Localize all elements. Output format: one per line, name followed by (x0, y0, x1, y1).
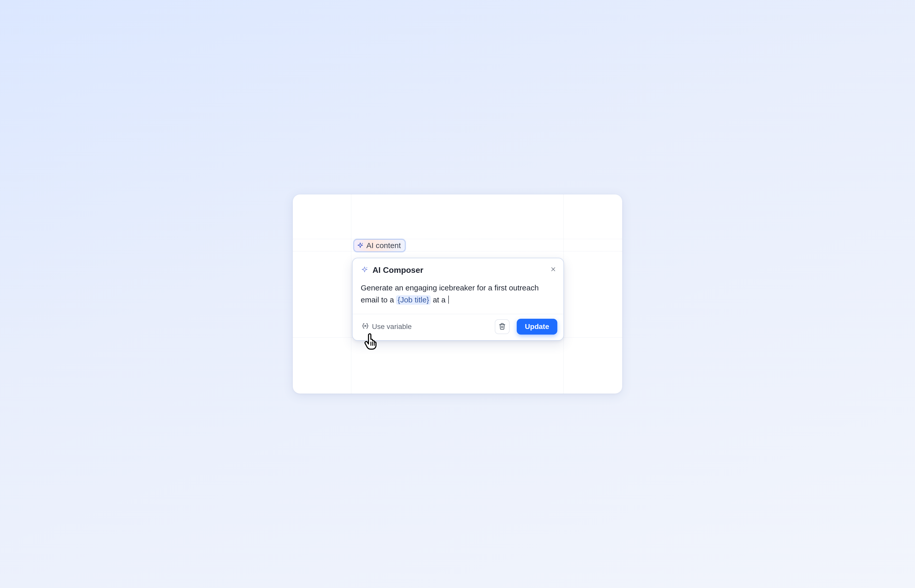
text-cursor (448, 296, 449, 304)
update-button[interactable]: Update (517, 319, 557, 334)
trash-icon (499, 323, 506, 331)
ai-content-tag[interactable]: AI content (354, 239, 406, 252)
editor-canvas: AI content AI Composer Generate an engag… (293, 194, 622, 394)
composer-title: AI Composer (372, 265, 423, 275)
delete-button[interactable] (495, 319, 509, 334)
close-icon (550, 267, 556, 273)
variable-braces-icon (362, 322, 369, 331)
prompt-text-prefix: Generate an engaging icebreaker for a fi… (361, 284, 539, 304)
prompt-text-suffix: at a (431, 296, 448, 304)
composer-header: AI Composer (352, 258, 563, 277)
use-variable-label: Use variable (372, 323, 412, 331)
sparkle-icon (361, 266, 369, 275)
grid-line (351, 194, 351, 394)
sparkle-icon (357, 242, 364, 249)
ai-composer-panel: AI Composer Generate an engaging icebrea… (352, 258, 564, 341)
use-variable-button[interactable]: Use variable (360, 321, 414, 333)
composer-footer: Use variable Update (352, 314, 563, 340)
update-label: Update (525, 323, 549, 331)
ai-content-tag-label: AI content (366, 241, 401, 250)
close-button[interactable] (548, 264, 558, 275)
composer-prompt-input[interactable]: Generate an engaging icebreaker for a fi… (352, 277, 563, 314)
variable-chip-job-title[interactable]: {Job title} (396, 295, 430, 305)
